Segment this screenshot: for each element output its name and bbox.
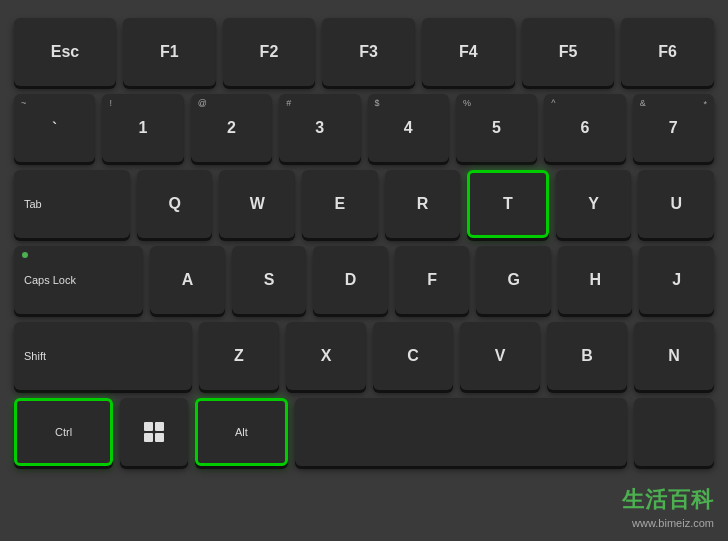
key-4[interactable]: $ 4 <box>368 94 449 162</box>
key-backtick[interactable]: ~ ` <box>14 94 95 162</box>
key-2[interactable]: @ 2 <box>191 94 272 162</box>
key-r[interactable]: R <box>385 170 461 238</box>
row-qwerty: Tab Q W E R T Y U <box>14 170 714 238</box>
key-h[interactable]: H <box>558 246 633 314</box>
key-f2[interactable]: F2 <box>223 18 316 86</box>
key-7[interactable]: & 7 * <box>633 94 714 162</box>
key-1[interactable]: ! 1 <box>102 94 183 162</box>
row-function: Esc F1 F2 F3 F4 F5 F6 <box>14 18 714 86</box>
key-z[interactable]: Z <box>199 322 279 390</box>
key-6[interactable]: ^ 6 <box>544 94 625 162</box>
key-t[interactable]: T <box>467 170 549 238</box>
key-caps-lock[interactable]: Caps Lock <box>14 246 143 314</box>
caps-lock-indicator <box>22 252 28 258</box>
watermark-text-chinese: 生活百科 <box>622 485 714 515</box>
watermark: 生活百科 www.bimeiz.com <box>622 485 714 529</box>
key-e[interactable]: E <box>302 170 378 238</box>
keyboard-container: Esc F1 F2 F3 F4 F5 F6 ~ ` ! 1 @ <box>0 0 728 541</box>
key-5[interactable]: % 5 <box>456 94 537 162</box>
key-win[interactable] <box>120 398 188 466</box>
row-asdf: Caps Lock A S D F G H J <box>14 246 714 314</box>
key-f1[interactable]: F1 <box>123 18 216 86</box>
windows-icon <box>144 422 164 442</box>
key-f4[interactable]: F4 <box>422 18 515 86</box>
key-v[interactable]: V <box>460 322 540 390</box>
key-3[interactable]: # 3 <box>279 94 360 162</box>
key-s[interactable]: S <box>232 246 307 314</box>
key-alt[interactable]: Alt <box>195 398 287 466</box>
key-right-extra <box>634 398 714 466</box>
key-d[interactable]: D <box>313 246 388 314</box>
key-n[interactable]: N <box>634 322 714 390</box>
key-a[interactable]: A <box>150 246 225 314</box>
key-f[interactable]: F <box>395 246 470 314</box>
key-f3[interactable]: F3 <box>322 18 415 86</box>
key-j[interactable]: J <box>639 246 714 314</box>
key-esc[interactable]: Esc <box>14 18 116 86</box>
key-ctrl[interactable]: Ctrl <box>14 398 113 466</box>
key-b[interactable]: B <box>547 322 627 390</box>
key-w[interactable]: W <box>219 170 295 238</box>
key-c[interactable]: C <box>373 322 453 390</box>
row-zxcv: Shift Z X C V B N <box>14 322 714 390</box>
key-f6[interactable]: F6 <box>621 18 714 86</box>
row-numbers: ~ ` ! 1 @ 2 # 3 $ 4 % 5 ^ 6 & 7 * <box>14 94 714 162</box>
key-g[interactable]: G <box>476 246 551 314</box>
watermark-text-url: www.bimeiz.com <box>632 517 714 529</box>
row-bottom: Ctrl Alt <box>14 398 714 466</box>
key-q[interactable]: Q <box>137 170 213 238</box>
key-u[interactable]: U <box>638 170 714 238</box>
key-y[interactable]: Y <box>556 170 632 238</box>
key-x[interactable]: X <box>286 322 366 390</box>
key-tab[interactable]: Tab <box>14 170 130 238</box>
key-shift[interactable]: Shift <box>14 322 192 390</box>
key-f5[interactable]: F5 <box>522 18 615 86</box>
key-space[interactable] <box>295 398 628 466</box>
